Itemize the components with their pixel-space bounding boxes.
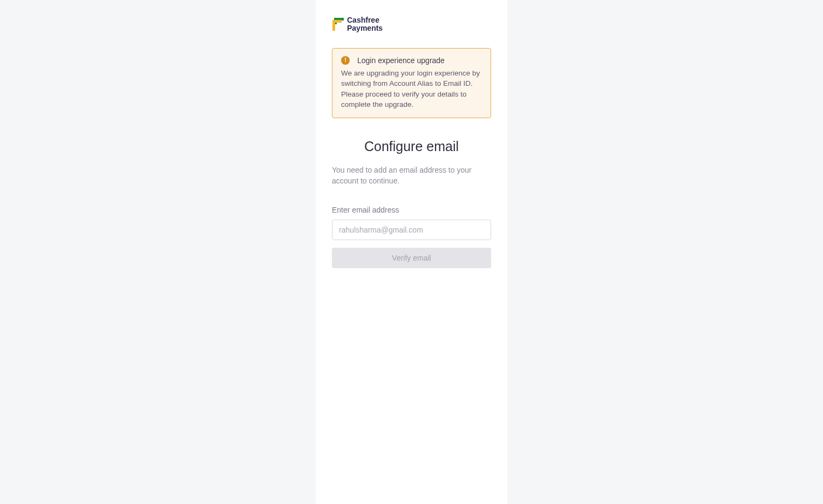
brand-name: Cashfree Payments xyxy=(347,16,383,33)
page-title: Configure email xyxy=(332,139,491,154)
brand-logo: Cashfree Payments xyxy=(332,16,491,33)
email-label: Enter email address xyxy=(332,206,491,214)
main-card: Cashfree Payments ! Login experience upg… xyxy=(316,0,507,504)
alert-body: We are upgrading your login experience b… xyxy=(341,68,482,110)
email-field[interactable] xyxy=(332,220,491,240)
alert-header: ! Login experience upgrade xyxy=(341,56,482,65)
exclamation-icon: ! xyxy=(341,56,350,65)
cashfree-logo-icon xyxy=(332,17,345,32)
page-subtitle: You need to add an email address to your… xyxy=(332,165,491,186)
verify-email-button[interactable]: Verify email xyxy=(332,248,491,268)
upgrade-alert: ! Login experience upgrade We are upgrad… xyxy=(332,48,491,118)
alert-title: Login experience upgrade xyxy=(357,56,445,65)
